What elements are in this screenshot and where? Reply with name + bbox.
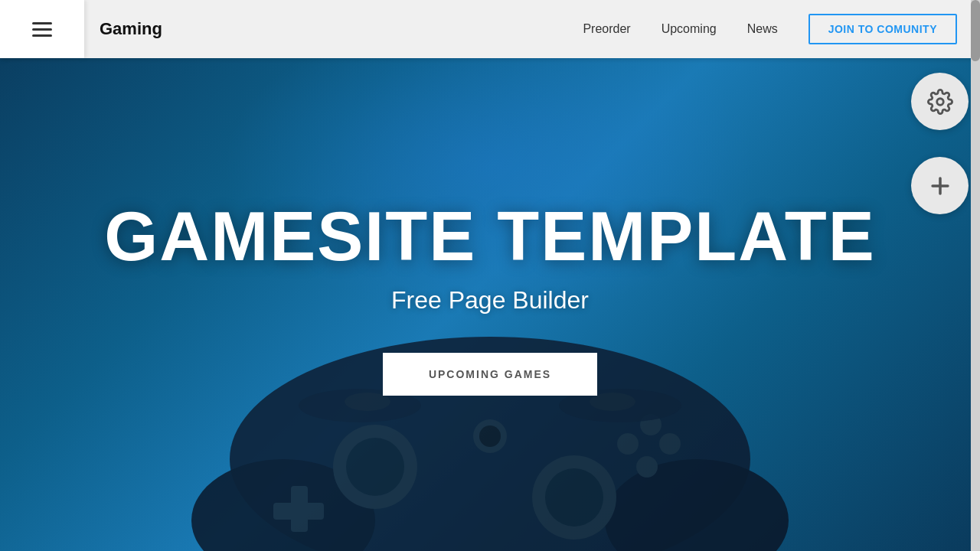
scrollbar-thumb[interactable] [971,0,980,61]
hamburger-icon [32,22,52,37]
svg-point-18 [479,425,501,447]
svg-point-16 [590,393,635,411]
hero-subtitle: Free Page Builder [104,286,875,315]
header: Gaming Preorder Upcoming News JOIN TO CO… [0,0,980,58]
plus-icon [927,173,953,199]
svg-point-15 [345,393,390,411]
gear-icon [927,89,953,115]
svg-point-9 [617,433,639,455]
scrollbar[interactable] [971,0,980,551]
add-button[interactable] [911,157,969,214]
nav-upcoming[interactable]: Upcoming [662,22,717,36]
join-community-button[interactable]: JOIN TO COMUNITY [808,14,957,44]
svg-rect-8 [273,503,324,520]
svg-point-21 [936,98,943,105]
nav-news[interactable]: News [747,22,778,36]
svg-point-11 [636,456,658,478]
svg-point-12 [659,433,681,455]
hero-section: GAMESITE TEMPLATE Free Page Builder UPCO… [0,0,980,551]
hero-content: GAMESITE TEMPLATE Free Page Builder UPCO… [104,202,875,396]
settings-button[interactable] [911,73,969,130]
hero-title: GAMESITE TEMPLATE [104,202,875,271]
upcoming-games-button[interactable]: UPCOMING GAMES [383,353,597,396]
logo: Gaming [100,19,162,39]
svg-point-6 [545,468,603,527]
svg-point-4 [346,438,404,496]
nav-preorder[interactable]: Preorder [583,22,630,36]
menu-button[interactable] [0,0,84,58]
main-nav: Preorder Upcoming News JOIN TO COMUNITY [583,14,980,44]
